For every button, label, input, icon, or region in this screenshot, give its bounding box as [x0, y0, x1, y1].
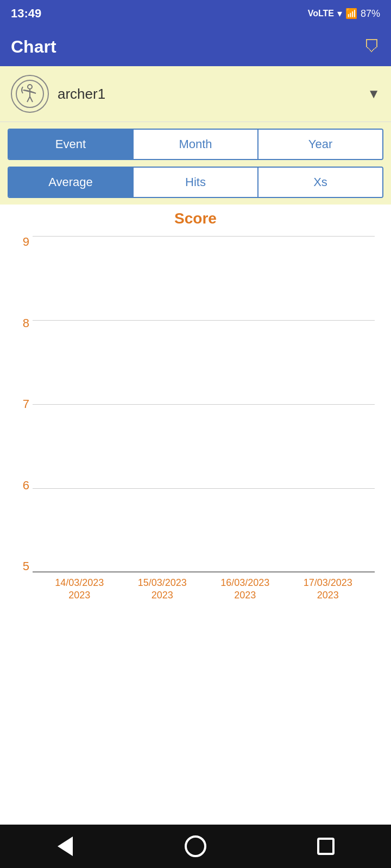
svg-line-7	[30, 97, 33, 102]
tab-event[interactable]: Event	[9, 130, 134, 159]
x-labels: 14/03/20232023 15/03/20232023 16/03/2023…	[33, 572, 375, 616]
tab-row-1: Event Month Year	[8, 129, 383, 160]
status-bar: 13:49 VoLTE ▾ 📶 87%	[0, 0, 391, 27]
x-label-3: 16/03/20232023	[209, 577, 281, 602]
archer-icon	[15, 79, 45, 108]
nav-home-button[interactable]	[182, 833, 209, 860]
nav-recent-button[interactable]	[312, 833, 339, 860]
y-label-8: 8	[11, 317, 33, 329]
spacer	[0, 720, 391, 825]
nav-bar	[0, 825, 391, 868]
bars-wrapper	[33, 236, 375, 572]
tab-year[interactable]: Year	[258, 130, 382, 159]
tab-month[interactable]: Month	[134, 130, 258, 159]
volte-icon: VoLTE	[308, 9, 334, 18]
svg-line-6	[27, 97, 30, 102]
y-label-9: 9	[11, 236, 33, 248]
x-label-2: 15/03/20232023	[127, 577, 199, 602]
tabs-section: Event Month Year Average Hits Xs	[0, 122, 391, 205]
user-row: archer1 ▼	[0, 66, 391, 122]
y-label-6: 6	[11, 480, 33, 492]
y-label-5: 5	[11, 560, 33, 572]
x-label-4: 17/03/20232023	[292, 577, 364, 602]
chart-container: 9 8 7 6 5	[11, 236, 380, 616]
filter-icon[interactable]: ⛉	[364, 37, 380, 56]
battery-icon: 87%	[361, 8, 380, 20]
recent-icon	[317, 838, 335, 855]
x-label-1: 14/03/20232023	[43, 577, 116, 602]
app-bar: Chart ⛉	[0, 27, 391, 66]
tab-hits[interactable]: Hits	[134, 168, 258, 197]
archer-name: archer1	[58, 86, 358, 103]
tab-average[interactable]: Average	[9, 168, 134, 197]
status-time: 13:49	[11, 7, 41, 21]
app-bar-title: Chart	[11, 37, 56, 57]
wifi-icon: ▾	[337, 8, 342, 20]
back-icon	[58, 837, 73, 856]
tab-xs[interactable]: Xs	[258, 168, 382, 197]
tab-row-2: Average Hits Xs	[8, 167, 383, 198]
dropdown-arrow[interactable]: ▼	[367, 86, 380, 101]
avatar	[11, 75, 49, 113]
chart-title: Score	[0, 210, 391, 227]
y-axis-labels: 9 8 7 6 5	[11, 236, 33, 572]
signal-icon: 📶	[345, 8, 357, 20]
status-icons: VoLTE ▾ 📶 87%	[308, 8, 380, 20]
y-label-7: 7	[11, 398, 33, 410]
home-icon	[185, 835, 206, 857]
nav-back-button[interactable]	[52, 833, 79, 860]
chart-area: Score 9 8 7 6 5	[0, 205, 391, 720]
svg-point-1	[28, 85, 32, 89]
